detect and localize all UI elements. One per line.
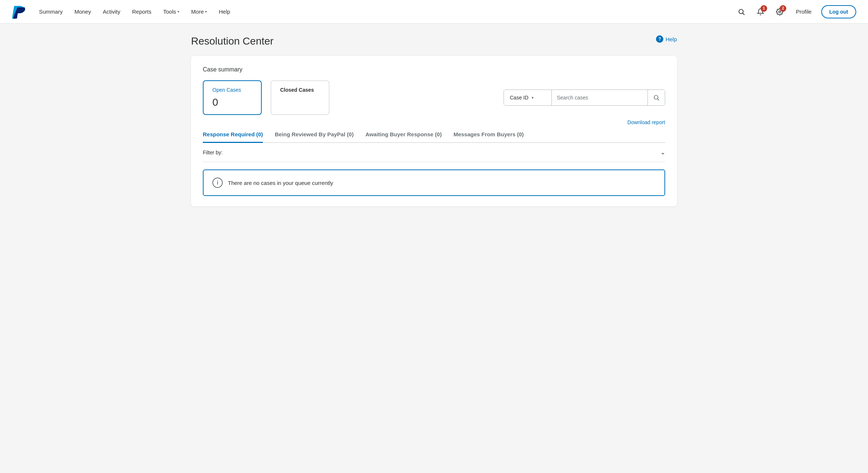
paypal-logo[interactable] xyxy=(12,5,25,18)
case-summary-title: Case summary xyxy=(203,66,665,73)
search-button[interactable] xyxy=(735,5,748,18)
tab-response-required[interactable]: Response Required (0) xyxy=(203,127,263,143)
svg-line-1 xyxy=(743,13,745,15)
nav-help[interactable]: Help xyxy=(214,6,235,18)
open-cases-label: Open Cases xyxy=(212,87,252,93)
notifications-badge: 1 xyxy=(761,5,767,12)
help-circle-icon: ? xyxy=(656,35,663,43)
download-row: Download report xyxy=(203,119,665,125)
resolution-card: Case summary Open Cases 0 Closed Cases C… xyxy=(191,56,677,206)
svg-point-3 xyxy=(654,95,658,99)
settings-button[interactable]: 2 xyxy=(773,5,786,18)
case-id-dropdown[interactable]: Case ID ▾ xyxy=(504,90,552,105)
search-input[interactable] xyxy=(552,90,648,105)
more-chevron-icon: ▾ xyxy=(205,10,207,14)
tools-chevron-icon: ▾ xyxy=(177,10,179,14)
nav-tools[interactable]: Tools ▾ xyxy=(158,6,184,18)
closed-cases-card[interactable]: Closed Cases xyxy=(271,80,329,115)
info-icon: i xyxy=(212,178,223,188)
nav-activity[interactable]: Activity xyxy=(98,6,126,18)
case-summary-row: Open Cases 0 Closed Cases Case ID ▾ xyxy=(203,80,665,115)
page-header: Resolution Center ? Help xyxy=(191,35,677,47)
page-title: Resolution Center xyxy=(191,35,274,47)
nav-reports[interactable]: Reports xyxy=(127,6,157,18)
main-nav: Summary Money Activity Reports Tools ▾ M… xyxy=(34,6,735,18)
download-report-link[interactable]: Download report xyxy=(627,119,665,125)
notifications-button[interactable]: 1 xyxy=(754,5,767,18)
nav-more[interactable]: More ▾ xyxy=(186,6,212,18)
tabs-row: Response Required (0) Being Reviewed By … xyxy=(203,127,665,143)
filter-row[interactable]: Filter by: ⌄ xyxy=(203,143,665,162)
main-content: Resolution Center ? Help Case summary Op… xyxy=(176,24,692,218)
settings-badge: 2 xyxy=(780,5,786,12)
empty-state: i There are no cases in your queue curre… xyxy=(203,169,665,196)
tab-awaiting-buyer[interactable]: Awaiting Buyer Response (0) xyxy=(366,127,442,143)
svg-line-4 xyxy=(657,99,659,100)
search-row: Case ID ▾ xyxy=(338,90,665,106)
search-box: Case ID ▾ xyxy=(504,90,665,106)
tab-being-reviewed[interactable]: Being Reviewed By PayPal (0) xyxy=(275,127,353,143)
profile-button[interactable]: Profile xyxy=(792,6,815,17)
header: Summary Money Activity Reports Tools ▾ M… xyxy=(0,0,868,24)
nav-money[interactable]: Money xyxy=(69,6,96,18)
dropdown-chevron-icon: ▾ xyxy=(532,95,534,100)
search-icon xyxy=(738,8,745,15)
help-link[interactable]: ? Help xyxy=(656,35,677,43)
nav-summary[interactable]: Summary xyxy=(34,6,68,18)
header-actions: 1 2 Profile Log out xyxy=(735,5,856,18)
search-submit-button[interactable] xyxy=(648,90,665,105)
closed-cases-label: Closed Cases xyxy=(280,87,320,93)
open-cases-card[interactable]: Open Cases 0 xyxy=(203,80,262,115)
svg-point-0 xyxy=(739,9,743,14)
empty-state-message: There are no cases in your queue current… xyxy=(228,180,333,186)
closed-cases-count xyxy=(280,97,320,108)
search-submit-icon xyxy=(653,94,660,101)
open-cases-count: 0 xyxy=(212,97,252,108)
logout-button[interactable]: Log out xyxy=(821,5,856,18)
svg-point-2 xyxy=(779,11,781,13)
filter-chevron-icon[interactable]: ⌄ xyxy=(660,149,665,156)
filter-label: Filter by: xyxy=(203,150,223,155)
tab-messages-buyers[interactable]: Messages From Buyers (0) xyxy=(454,127,524,143)
